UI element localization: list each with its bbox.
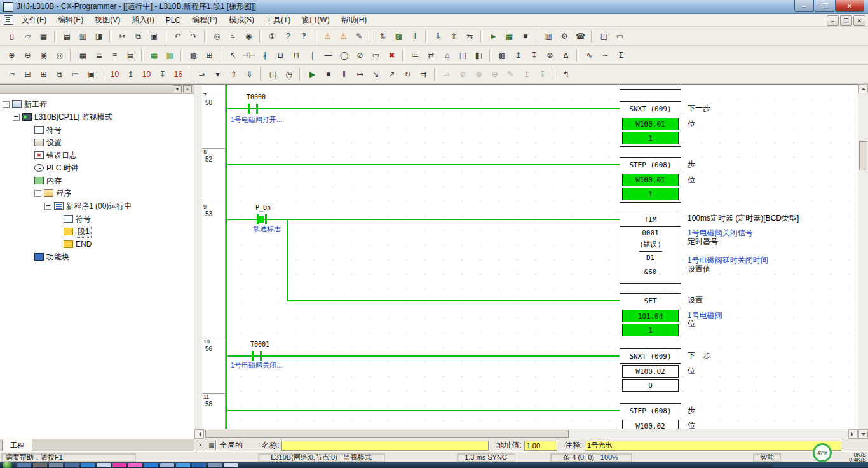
instruction-block-set[interactable]: SET 101.04 1 <box>620 293 681 334</box>
operand-text[interactable]: 0001 <box>620 227 681 238</box>
vertical-scrollbar[interactable] <box>858 84 868 439</box>
find-in-project[interactable]: ◉ <box>241 29 257 44</box>
font-size-16[interactable]: 16 <box>170 67 186 82</box>
tree-item-program1-symbols[interactable]: 符号 <box>0 212 194 225</box>
zoom-fit[interactable]: ◎ <box>51 48 67 63</box>
operand-cell[interactable]: W100.01 <box>622 118 679 130</box>
sim-continuous[interactable]: ↻ <box>400 67 416 82</box>
taskbar-app-1[interactable] <box>17 463 31 467</box>
taskbar-app-8[interactable] <box>128 463 142 467</box>
monitor-mode[interactable]: ▦ <box>501 29 517 44</box>
tree-item-function-blocks[interactable]: 功能块 <box>0 251 194 263</box>
taskbar-app-5[interactable] <box>81 463 95 467</box>
show-grid[interactable]: ▦ <box>75 48 91 63</box>
io-comment-view[interactable]: ▥ <box>162 48 178 63</box>
menu-view[interactable]: 视图(V) <box>89 13 126 27</box>
instruction-block-snxt-1[interactable]: SNXT (009) W100.01 1 <box>620 101 681 147</box>
work-online[interactable]: ⇅ <box>375 29 391 44</box>
sim-stop[interactable]: ■ <box>320 67 336 82</box>
name-input[interactable] <box>281 441 489 451</box>
io-table[interactable]: ▥ <box>541 29 557 44</box>
watch-window[interactable]: ◫ <box>455 48 471 63</box>
ladder-editor[interactable]: 7 50 8 52 9 53 10 56 11 58 T0000 1号电磁阀打开… <box>194 84 858 439</box>
goto-rung[interactable]: ⇒ <box>194 67 210 82</box>
new-closed-contact[interactable]: ∦ <box>257 48 273 63</box>
print[interactable]: ▥ <box>75 29 91 44</box>
contact-t0000[interactable] <box>248 104 258 114</box>
operand-text[interactable]: D1 <box>620 252 681 263</box>
instruction-block-step-1[interactable]: STEP (008) W100.01 1 <box>620 157 681 203</box>
panel-close-button[interactable]: × <box>183 85 192 93</box>
instruction-block-snxt-2[interactable]: SNXT (009) W100.02 0 <box>620 348 681 390</box>
new-or-contact[interactable]: ⊔ <box>273 48 288 63</box>
symbol-bar-grid-button[interactable]: ▦ <box>207 441 216 450</box>
sim-scan-run[interactable]: ⇉ <box>416 67 431 82</box>
sim-run[interactable]: ▶ <box>304 67 320 82</box>
grid-width-10[interactable]: 10 <box>107 67 123 82</box>
tree-item-programs[interactable]: 程序 <box>0 187 194 200</box>
online-edit-send[interactable]: ⇨ <box>439 67 455 82</box>
monitor-data[interactable]: ▩ <box>494 48 510 63</box>
force-reset[interactable]: ⊖ <box>487 67 503 82</box>
taskbar-app-3[interactable] <box>49 463 63 467</box>
transfer-to-plc[interactable]: ⇩ <box>430 29 446 44</box>
tree-item-new-project[interactable]: 新工程 <box>0 98 194 111</box>
paste[interactable]: ▣ <box>146 29 162 44</box>
help[interactable]: ? <box>280 29 296 44</box>
zoom-in[interactable]: ⊕ <box>4 48 20 63</box>
next-rung[interactable]: ↧ <box>154 67 170 82</box>
grid-height-10[interactable]: 10 <box>139 67 154 82</box>
contact-p-on[interactable] <box>257 214 267 224</box>
force-cancel[interactable]: ⊗ <box>542 48 558 63</box>
menu-program[interactable]: 编程(P) <box>186 13 223 27</box>
online-edit-cancel[interactable]: ⊘ <box>455 67 471 82</box>
zoom-out[interactable]: ⊖ <box>20 48 36 63</box>
taskbar-app-14[interactable] <box>224 463 238 467</box>
operand-cell[interactable]: W100.01 <box>622 174 679 186</box>
taskbar-app-6[interactable] <box>97 463 111 467</box>
cut[interactable]: ✂ <box>114 29 130 44</box>
page-setup[interactable]: ▤ <box>59 29 75 44</box>
prev-rung[interactable]: ↥ <box>123 67 139 82</box>
info[interactable]: ① <box>264 29 280 44</box>
tree-item-settings[interactable]: 设置 <box>0 136 194 149</box>
operand-cell[interactable]: 0 <box>622 379 679 392</box>
scroll-down-button[interactable] <box>858 429 868 439</box>
differential-down[interactable]: ↧ <box>534 67 550 82</box>
menu-tools[interactable]: 工具(T) <box>260 13 296 27</box>
cross-reference[interactable]: ⇄ <box>423 48 439 63</box>
operand-cell[interactable]: 1 <box>622 132 679 144</box>
profile[interactable]: Σ <box>613 48 629 63</box>
set-new-value[interactable]: ✎ <box>503 67 519 82</box>
zoom-100[interactable]: ◉ <box>36 48 51 63</box>
menu-plc[interactable]: PLC <box>160 15 186 26</box>
force-set[interactable]: ⊕ <box>471 67 487 82</box>
project-workspace-tab[interactable]: 工程 <box>2 439 32 452</box>
instruction-block-tim[interactable]: TIM 0001 (错误) D1 &60 <box>620 212 681 284</box>
taskbar-app-7[interactable] <box>112 463 126 467</box>
find[interactable]: ◎ <box>209 29 225 44</box>
menu-insert[interactable]: 插入(I) <box>126 13 159 27</box>
panel-menu-button[interactable]: ▾ <box>173 85 182 93</box>
sim-step-in[interactable]: ↘ <box>368 67 384 82</box>
horizontal-scrollbar[interactable] <box>194 429 858 439</box>
ladder-view[interactable]: ⊞ <box>201 48 217 63</box>
online-edit[interactable]: ✎ <box>351 29 367 44</box>
child-close-button[interactable]: ✕ <box>853 15 865 26</box>
sim-step-out[interactable]: ↗ <box>384 67 400 82</box>
menu-window[interactable]: 窗口(W) <box>296 13 335 27</box>
show-symbol-bar[interactable]: ▤ <box>123 48 139 63</box>
menu-simulation[interactable]: 模拟(S) <box>223 13 260 27</box>
differential-up[interactable]: ↥ <box>519 67 534 82</box>
save-project[interactable]: ▦ <box>36 29 51 44</box>
replace[interactable]: ≈ <box>225 29 241 44</box>
menu-file[interactable]: 文件(F) <box>16 13 52 27</box>
compile-all[interactable]: ⚠ <box>336 29 351 44</box>
full-screen[interactable]: ▣ <box>83 67 99 82</box>
new-window[interactable]: ▱ <box>4 67 20 82</box>
copy[interactable]: ⧉ <box>130 29 146 44</box>
tile-horizontal[interactable]: ⊟ <box>20 67 36 82</box>
tree-item-plc-clock[interactable]: PLC 时钟 <box>0 162 194 174</box>
delete-tool[interactable]: ✖ <box>384 48 400 63</box>
taskbar-app-4[interactable] <box>65 463 79 467</box>
